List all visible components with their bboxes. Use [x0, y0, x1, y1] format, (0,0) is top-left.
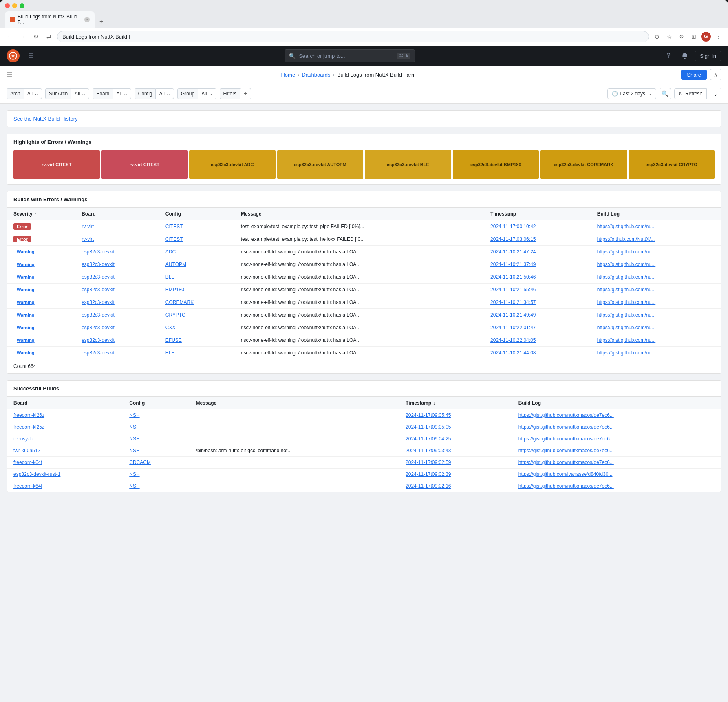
build-log-cell-3[interactable]: https://gist.github.com/nu...: [591, 258, 721, 271]
breadcrumb-dashboards[interactable]: Dashboards: [302, 72, 330, 78]
config-cell-1[interactable]: CITEST: [159, 233, 234, 246]
config-cell-2[interactable]: ADC: [159, 246, 234, 258]
sbuild-log-cell-1[interactable]: https://gist.github.com/nuttxmacos/de7ec…: [512, 421, 721, 433]
config-cell-6[interactable]: COREMARK: [159, 296, 234, 309]
sbuild-log-cell-4[interactable]: https://gist.github.com/nuttxmacos/de7ec…: [512, 457, 721, 469]
sconfig-cell-4[interactable]: CDCACM: [123, 457, 189, 469]
stimestamp-cell-3[interactable]: 2024-11-17t09:03:43: [399, 445, 512, 457]
config-cell-10[interactable]: ELF: [159, 347, 234, 359]
highlight-card-6[interactable]: esp32c3-devkit COREMARK: [540, 150, 627, 179]
back-button[interactable]: ←: [5, 32, 15, 42]
board-cell-5[interactable]: esp32c3-devkit: [75, 284, 159, 296]
board-cell-10[interactable]: esp32c3-devkit: [75, 347, 159, 359]
severity-badge-3[interactable]: Warning: [13, 261, 38, 268]
refresh-button[interactable]: ↻ Refresh: [674, 88, 707, 99]
subarch-filter-select[interactable]: All ⌄: [71, 88, 89, 99]
maximize-button[interactable]: [20, 3, 24, 8]
build-log-cell-4[interactable]: https://gist.github.com/nu...: [591, 271, 721, 284]
build-log-cell-6[interactable]: https://gist.github.com/nu...: [591, 296, 721, 309]
sboard-cell-1[interactable]: freedom-kl25z: [7, 421, 123, 433]
time-range-button[interactable]: 🕐 Last 2 days ⌄: [607, 88, 656, 99]
nuttx-build-history-link[interactable]: See the NuttX Build History: [7, 111, 721, 127]
forward-button[interactable]: →: [18, 32, 28, 42]
config-cell-3[interactable]: AUTOPM: [159, 258, 234, 271]
stimestamp-cell-4[interactable]: 2024-11-17t09:02:59: [399, 457, 512, 469]
sbuild-log-cell-5[interactable]: https://gist.github.com/lvanasse/d840fd3…: [512, 469, 721, 480]
board-cell-8[interactable]: esp32c3-devkit: [75, 321, 159, 334]
global-search-box[interactable]: 🔍 Search or jump to... ⌘+k: [285, 49, 415, 62]
board-cell-6[interactable]: esp32c3-devkit: [75, 296, 159, 309]
config-cell-4[interactable]: BLE: [159, 271, 234, 284]
timestamp-cell-6[interactable]: 2024-11-10t21:34:57: [484, 296, 591, 309]
build-log-cell-8[interactable]: https://gist.github.com/nu...: [591, 321, 721, 334]
board-filter-select[interactable]: All ⌄: [113, 88, 131, 99]
severity-badge-2[interactable]: Warning: [13, 249, 38, 255]
build-log-cell-1[interactable]: https://github.com/NuttX/...: [591, 233, 721, 246]
timestamp-cell-2[interactable]: 2024-11-10t21:47:24: [484, 246, 591, 258]
sbuild-log-cell-2[interactable]: https://gist.github.com/nuttxmacos/de7ec…: [512, 433, 721, 445]
stimestamp-cell-6[interactable]: 2024-11-17t09:02:16: [399, 480, 512, 492]
severity-badge-4[interactable]: Warning: [13, 274, 38, 280]
highlight-card-0[interactable]: rv-virt CITEST: [13, 150, 100, 179]
scol-timestamp[interactable]: Timestamp: [399, 397, 512, 409]
sbuild-log-cell-6[interactable]: https://gist.github.com/nuttxmacos/de7ec…: [512, 480, 721, 492]
add-filter-button[interactable]: +: [240, 88, 251, 99]
sbuild-log-cell-3[interactable]: https://gist.github.com/nuttxmacos/de7ec…: [512, 445, 721, 457]
help-button[interactable]: ?: [662, 49, 675, 62]
active-tab[interactable]: Build Logs from NuttX Build F... ×: [5, 11, 95, 28]
sconfig-cell-1[interactable]: NSH: [123, 421, 189, 433]
close-button[interactable]: [5, 3, 10, 8]
sboard-cell-0[interactable]: freedom-kl26z: [7, 409, 123, 421]
star-icon[interactable]: ☆: [664, 32, 674, 42]
extensions-icon[interactable]: ⊞: [689, 32, 699, 42]
timestamp-cell-1[interactable]: 2024-11-17t03:06:15: [484, 233, 591, 246]
stimestamp-cell-1[interactable]: 2024-11-17t09:05:05: [399, 421, 512, 433]
build-log-cell-10[interactable]: https://gist.github.com/nu...: [591, 347, 721, 359]
build-log-cell-5[interactable]: https://gist.github.com/nu...: [591, 284, 721, 296]
config-filter-select[interactable]: All ⌄: [155, 88, 174, 99]
severity-badge-10[interactable]: Warning: [13, 350, 38, 356]
new-tab-button[interactable]: +: [96, 15, 106, 28]
hamburger-menu-button[interactable]: ☰: [24, 49, 38, 62]
stimestamp-cell-0[interactable]: 2024-11-17t09:05:45: [399, 409, 512, 421]
breadcrumb-home[interactable]: Home: [281, 72, 295, 78]
timestamp-cell-10[interactable]: 2024-11-10t21:44:08: [484, 347, 591, 359]
grafana-logo[interactable]: [7, 49, 20, 62]
zoom-out-button[interactable]: 🔍: [660, 88, 671, 99]
highlight-card-3[interactable]: esp32c3-devkit AUTOPM: [277, 150, 364, 179]
timestamp-cell-9[interactable]: 2024-11-10t22:04:05: [484, 334, 591, 347]
board-cell-3[interactable]: esp32c3-devkit: [75, 258, 159, 271]
severity-badge-1[interactable]: Error: [13, 236, 31, 242]
sboard-cell-4[interactable]: freedom-k64f: [7, 457, 123, 469]
notifications-button[interactable]: [678, 49, 691, 62]
split-button[interactable]: ⇄: [44, 32, 54, 42]
sign-in-button[interactable]: Sign in: [695, 51, 721, 61]
stimestamp-cell-5[interactable]: 2024-11-17t09:02:39: [399, 469, 512, 480]
col-severity[interactable]: Severity: [7, 208, 75, 220]
highlight-card-2[interactable]: esp32c3-devkit ADC: [189, 150, 276, 179]
board-cell-4[interactable]: esp32c3-devkit: [75, 271, 159, 284]
severity-badge-5[interactable]: Warning: [13, 286, 38, 293]
config-cell-0[interactable]: CITEST: [159, 220, 234, 233]
group-filter-select[interactable]: All ⌄: [198, 88, 216, 99]
sboard-cell-5[interactable]: esp32c3-devkit-rust-1: [7, 469, 123, 480]
sboard-cell-3[interactable]: twr-k60n512: [7, 445, 123, 457]
timestamp-cell-3[interactable]: 2024-11-10t21:37:49: [484, 258, 591, 271]
sconfig-cell-0[interactable]: NSH: [123, 409, 189, 421]
timestamp-cell-5[interactable]: 2024-11-10t21:55:46: [484, 284, 591, 296]
timestamp-cell-8[interactable]: 2024-11-10t22:01:47: [484, 321, 591, 334]
build-log-cell-9[interactable]: https://gist.github.com/nu...: [591, 334, 721, 347]
tab-close-button[interactable]: ×: [84, 17, 90, 22]
highlight-card-1[interactable]: rv-virt CITEST: [101, 150, 188, 179]
config-cell-9[interactable]: EFUSE: [159, 334, 234, 347]
severity-badge-9[interactable]: Warning: [13, 337, 38, 343]
collapse-panel-button[interactable]: ∧: [710, 69, 721, 80]
timestamp-cell-0[interactable]: 2024-11-17t00:10:42: [484, 220, 591, 233]
severity-badge-7[interactable]: Warning: [13, 312, 38, 318]
timestamp-cell-4[interactable]: 2024-11-10t21:50:46: [484, 271, 591, 284]
sconfig-cell-6[interactable]: NSH: [123, 480, 189, 492]
severity-badge-0[interactable]: Error: [13, 223, 31, 230]
board-cell-1[interactable]: rv-virt: [75, 233, 159, 246]
more-options-icon[interactable]: ⋮: [713, 32, 723, 42]
sbuild-log-cell-0[interactable]: https://gist.github.com/nuttxmacos/de7ec…: [512, 409, 721, 421]
